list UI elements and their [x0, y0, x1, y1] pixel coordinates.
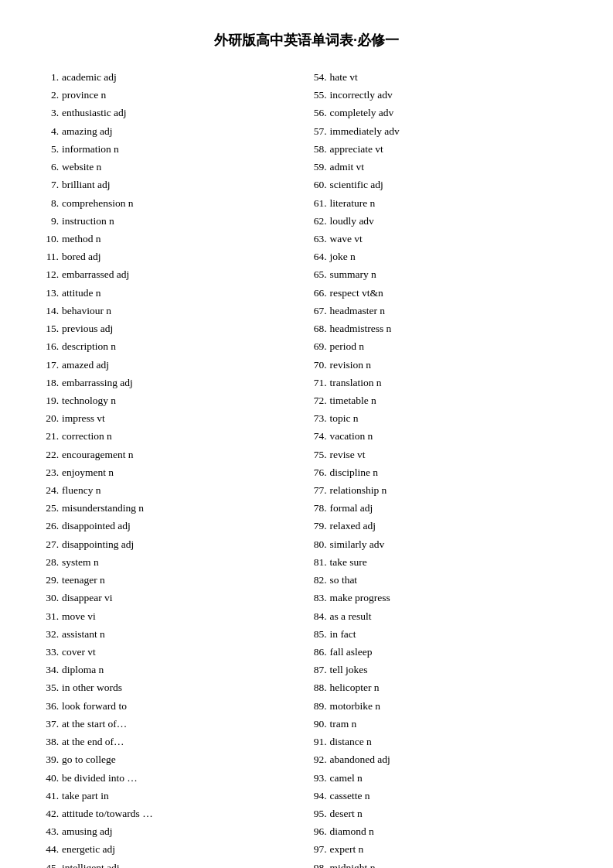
- item-word: revision n: [330, 356, 575, 374]
- item-word: description n: [62, 337, 307, 355]
- left-column: 1.academic adj2.province n3.enthusiastic…: [39, 68, 307, 868]
- list-item: 43.amusing adj: [39, 822, 307, 840]
- item-word: period n: [330, 337, 575, 355]
- item-number: 25.: [39, 499, 62, 517]
- item-number: 61.: [307, 194, 330, 212]
- item-word: intelligent adj: [62, 859, 307, 868]
- list-item: 30.disappear vi: [39, 589, 307, 607]
- list-item: 22.encouragement n: [39, 446, 307, 463]
- list-item: 41.take part in: [39, 787, 307, 805]
- list-item: 31.move vi: [39, 607, 307, 625]
- item-number: 60.: [307, 176, 330, 193]
- list-item: 71.translation n: [307, 374, 575, 391]
- list-item: 63.wave vt: [307, 230, 575, 248]
- list-item: 72.timetable n: [307, 391, 575, 409]
- list-item: 18.embarrassing adj: [39, 374, 307, 391]
- item-number: 16.: [39, 337, 62, 355]
- item-number: 11.: [39, 248, 62, 265]
- list-item: 32.assistant n: [39, 625, 307, 643]
- list-item: 8.comprehension n: [39, 194, 307, 212]
- item-word: expert n: [330, 840, 575, 858]
- list-item: 58.appreciate vt: [307, 140, 575, 158]
- item-word: cover vt: [62, 643, 307, 661]
- list-item: 17.amazed adj: [39, 356, 307, 374]
- item-word: camel n: [330, 769, 575, 787]
- item-number: 74.: [307, 427, 330, 445]
- item-word: similarly adv: [330, 535, 575, 553]
- list-item: 24.fluency n: [39, 481, 307, 499]
- list-item: 66.respect vt&n: [307, 284, 575, 302]
- list-item: 81.take sure: [307, 553, 575, 571]
- item-number: 14.: [39, 302, 62, 320]
- list-item: 70.revision n: [307, 356, 575, 374]
- item-word: attitude n: [62, 284, 307, 302]
- list-item: 35.in other words: [39, 678, 307, 696]
- item-word: fall asleep: [330, 643, 575, 661]
- item-word: correction n: [62, 427, 307, 445]
- item-word: discipline n: [330, 463, 575, 481]
- item-word: enjoyment n: [62, 463, 307, 481]
- item-word: misunderstanding n: [62, 499, 307, 517]
- item-number: 87.: [307, 661, 330, 678]
- item-number: 75.: [307, 446, 330, 463]
- item-number: 80.: [307, 535, 330, 553]
- item-word: diamond n: [330, 822, 575, 840]
- list-item: 73.topic n: [307, 409, 575, 427]
- item-word: method n: [62, 230, 307, 248]
- item-number: 44.: [39, 840, 62, 858]
- item-number: 58.: [307, 140, 330, 158]
- item-number: 73.: [307, 409, 330, 427]
- item-word: bored adj: [62, 248, 307, 265]
- item-word: fluency n: [62, 481, 307, 499]
- list-item: 76.discipline n: [307, 463, 575, 481]
- item-word: comprehension n: [62, 194, 307, 212]
- list-item: 78.formal adj: [307, 499, 575, 517]
- item-word: take part in: [62, 787, 307, 805]
- item-word: helicopter n: [330, 678, 575, 696]
- item-word: immediately adv: [330, 122, 575, 140]
- item-number: 78.: [307, 499, 330, 517]
- list-item: 4.amazing adj: [39, 122, 307, 140]
- item-word: timetable n: [330, 391, 575, 409]
- item-word: disappointed adj: [62, 517, 307, 535]
- list-item: 38.at the end of…: [39, 733, 307, 750]
- item-number: 86.: [307, 643, 330, 661]
- item-number: 43.: [39, 822, 62, 840]
- list-item: 89.motorbike n: [307, 697, 575, 715]
- list-item: 85.in fact: [307, 625, 575, 643]
- list-item: 84.as a result: [307, 607, 575, 625]
- item-number: 84.: [307, 607, 330, 625]
- item-number: 55.: [307, 86, 330, 104]
- list-item: 88.helicopter n: [307, 678, 575, 696]
- item-number: 62.: [307, 212, 330, 230]
- item-word: take sure: [330, 553, 575, 571]
- item-number: 70.: [307, 356, 330, 374]
- list-item: 19.technology n: [39, 391, 307, 409]
- item-number: 28.: [39, 553, 62, 571]
- item-number: 76.: [307, 463, 330, 481]
- item-number: 77.: [307, 481, 330, 499]
- item-word: headmaster n: [330, 302, 575, 320]
- list-item: 90.tram n: [307, 715, 575, 733]
- list-item: 55.incorrectly adv: [307, 86, 575, 104]
- item-number: 72.: [307, 391, 330, 409]
- item-number: 29.: [39, 571, 62, 589]
- item-word: system n: [62, 553, 307, 571]
- item-word: cassette n: [330, 787, 575, 805]
- list-item: 95.desert n: [307, 805, 575, 822]
- item-number: 19.: [39, 391, 62, 409]
- item-word: encouragement n: [62, 446, 307, 463]
- item-word: distance n: [330, 733, 575, 750]
- list-item: 75.revise vt: [307, 446, 575, 463]
- item-number: 34.: [39, 661, 62, 678]
- list-item: 60.scientific adj: [307, 176, 575, 193]
- item-word: tell jokes: [330, 661, 575, 678]
- list-item: 98.midnight n: [307, 859, 575, 868]
- item-number: 68.: [307, 320, 330, 337]
- item-number: 6.: [39, 158, 62, 176]
- item-number: 4.: [39, 122, 62, 140]
- item-number: 3.: [39, 104, 62, 121]
- item-number: 13.: [39, 284, 62, 302]
- item-word: diploma n: [62, 661, 307, 678]
- list-item: 69.period n: [307, 337, 575, 355]
